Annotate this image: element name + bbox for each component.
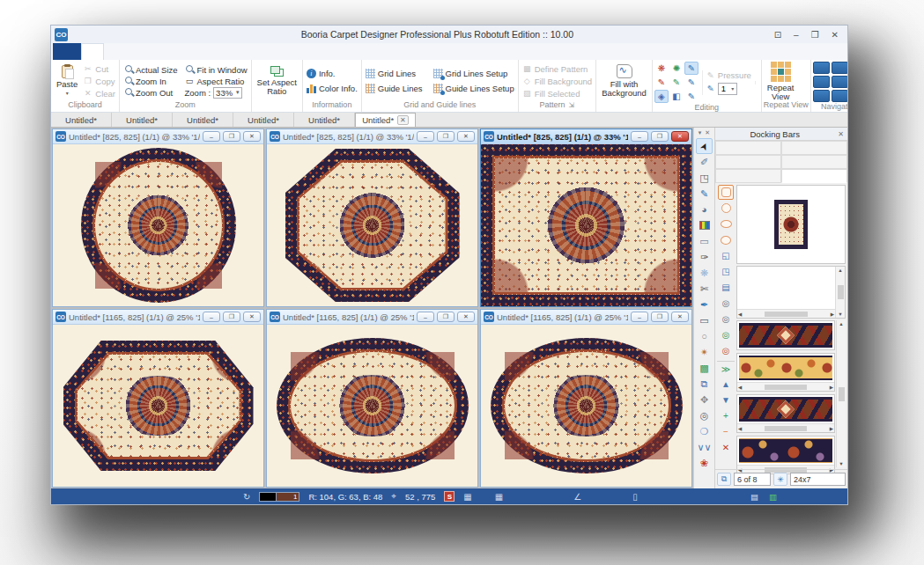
repeat-status-icon[interactable]: ▦ — [495, 492, 503, 502]
pen-curve-icon[interactable]: ✎ — [684, 90, 699, 103]
selection-handles-icon[interactable]: ◳ — [718, 264, 734, 279]
move-up-icon[interactable]: ▲ — [718, 377, 734, 392]
carpet-preview-box[interactable] — [736, 185, 846, 264]
zoom-level-combobox[interactable]: 33%▾ — [213, 87, 242, 99]
vertical-scrollbar[interactable]: ▲▼ — [835, 267, 845, 318]
tab-colors[interactable] — [167, 43, 188, 60]
select-tool[interactable]: ➤ — [696, 138, 713, 154]
lasso-blue-tool[interactable]: ❍ — [696, 423, 713, 439]
grid-status-icon[interactable]: ▦ — [463, 492, 471, 502]
tab-tune[interactable] — [252, 43, 273, 60]
child-minimize-button[interactable]: – — [417, 131, 434, 142]
fill-selected-button[interactable]: ▨Fill Selected — [521, 88, 594, 99]
child-minimize-button[interactable]: – — [631, 312, 648, 322]
zoom-in-button[interactable]: Zoom In — [122, 76, 180, 87]
carpet-canvas[interactable] — [53, 325, 263, 487]
nav-down-button[interactable] — [832, 90, 847, 102]
border-strip-item[interactable] — [736, 320, 835, 350]
child-minimize-button[interactable]: – — [417, 312, 434, 322]
shape-rounded-rect-button[interactable] — [718, 185, 734, 200]
stylus-tool[interactable]: ✒ — [696, 297, 713, 312]
rect-frame-tool[interactable]: ▭ — [696, 233, 713, 249]
tab-filters[interactable] — [273, 43, 294, 60]
magic-wand-tool[interactable]: ✴ — [696, 344, 713, 360]
fill-background-button[interactable]: ◇Fill Background — [521, 76, 594, 87]
child-minimize-button[interactable]: – — [631, 131, 648, 142]
shape-circle-button[interactable] — [718, 201, 734, 216]
paste-dropdown-icon[interactable]: ▾ — [66, 89, 69, 98]
hand-tool[interactable]: ✥ — [696, 392, 713, 407]
knife-tool[interactable]: ✄ — [696, 281, 713, 297]
move-down-icon[interactable]: ▼ — [718, 393, 734, 407]
zoom-window-icon[interactable]: ◎ — [718, 296, 734, 311]
horizontal-scrollbar[interactable]: ◀▶ — [737, 309, 835, 318]
copy-selection-tool[interactable]: ⧉ — [696, 376, 713, 392]
doc-tab-2[interactable]: Untitled*✕ — [112, 113, 173, 127]
fit-in-window-button[interactable]: Fit in Window — [183, 64, 249, 76]
tab-select[interactable] — [104, 43, 125, 60]
child-maximize-button[interactable]: ❐ — [437, 131, 455, 142]
nav-down-left-button[interactable] — [813, 90, 830, 102]
zoom-out-icon[interactable]: ◎ — [718, 343, 734, 358]
border-size-field[interactable]: 24x7 — [790, 473, 846, 486]
child-maximize-button[interactable]: ❐ — [223, 131, 240, 142]
child-close-button[interactable]: ✕ — [671, 312, 689, 322]
carpet-canvas[interactable] — [481, 325, 691, 487]
pressure-value-spinner[interactable]: 1▾ — [718, 83, 737, 95]
set-aspect-ratio-button[interactable]: Set AspectRatio — [254, 62, 300, 100]
clear-button[interactable]: ✕Clear — [81, 88, 117, 99]
close-button[interactable]: ✕ — [832, 30, 839, 40]
birds-motif-tool[interactable]: ∨∨ — [696, 439, 713, 455]
shape-ellipse-button[interactable] — [718, 232, 734, 247]
toolbar-options-icon[interactable]: ▾ — [699, 129, 702, 136]
fill-square-icon[interactable]: ◧ — [669, 90, 684, 103]
child-minimize-button[interactable]: – — [203, 131, 220, 142]
panel-tab-brush-shape[interactable] — [715, 155, 781, 169]
nav-up-button[interactable] — [832, 62, 847, 74]
panel-tab-border-wizard[interactable] — [781, 169, 847, 183]
doc-tab-4[interactable]: Untitled*✕ — [233, 113, 294, 127]
pen-erase-icon[interactable]: ✎ — [654, 76, 669, 89]
document-title-bar[interactable]: CO Untitled* [825, 825] (1/1) @ 33% '1/.… — [481, 129, 691, 144]
motif-spin-icon[interactable]: ✺ — [669, 62, 684, 75]
aspect-ratio-button[interactable]: ▭Aspect Ratio — [183, 76, 249, 87]
chevron-down-icon[interactable]: ▾ — [731, 85, 734, 92]
motif-scatter-icon[interactable]: ❋ — [654, 62, 669, 75]
lasso-tool[interactable]: ○ — [696, 328, 713, 344]
panel-tab-book-shelf[interactable] — [715, 169, 781, 183]
preview-strip-icon[interactable]: ▤ — [718, 280, 734, 295]
guide-lines-button[interactable]: Guide Lines — [364, 83, 425, 94]
zoom-out-button[interactable]: Zoom Out — [122, 87, 180, 99]
fill-with-background-button[interactable]: Fill withBackground — [598, 62, 650, 100]
carpet-canvas[interactable] — [267, 325, 477, 487]
carpet-canvas[interactable] — [53, 144, 263, 306]
pattern-dialog-launcher[interactable]: ⇲ — [569, 101, 575, 109]
panel-tab-edit-rgb[interactable] — [781, 155, 847, 169]
document-title-bar[interactable]: CO Untitled* [1165, 825] (1/1) @ 25% '1.… — [267, 310, 477, 325]
panel-tab-history[interactable] — [781, 141, 847, 155]
actual-size-button[interactable]: Actual Size — [122, 64, 180, 76]
pin-window-icon[interactable]: ⊡ — [774, 30, 781, 40]
doc-tab-3[interactable]: Untitled*✕ — [173, 113, 233, 127]
child-maximize-button[interactable]: ❐ — [651, 131, 669, 142]
guide-lines-setup-button[interactable]: Guide Lines Setup — [432, 83, 516, 94]
machine-status-icon[interactable]: ▥ — [769, 492, 777, 502]
nav-up-left-button[interactable] — [813, 62, 830, 74]
doc-tab-6[interactable]: Untitled*✕ — [355, 113, 416, 127]
pen-line-icon[interactable]: ✎ — [684, 76, 699, 89]
nav-left-button[interactable] — [813, 76, 830, 88]
copy-button[interactable]: ❐Copy — [81, 76, 117, 87]
document-title-bar[interactable]: CO Untitled* [825, 825] (1/1) @ 33% '1/.… — [267, 129, 477, 144]
document-title-bar[interactable]: CO Untitled* [825, 825] (1/1) @ 33% '1/.… — [53, 129, 263, 144]
restore-button[interactable]: ❐ — [811, 30, 819, 40]
child-maximize-button[interactable]: ❐ — [651, 312, 669, 322]
tab-image[interactable] — [146, 43, 167, 60]
panel-close-icon[interactable]: ✕ — [834, 130, 847, 138]
zoom-tool[interactable]: ◎ — [696, 407, 713, 423]
doc-tab-5[interactable]: Untitled*✕ — [294, 113, 355, 127]
eyedropper-tool[interactable]: ✐ — [696, 154, 713, 170]
horizontal-scrollbar[interactable]: ◀▶ — [737, 382, 834, 391]
nav-center-button[interactable] — [832, 76, 847, 88]
refresh-icon[interactable]: ↻ — [243, 492, 250, 502]
design-info-icon[interactable]: ▤ — [750, 492, 758, 502]
